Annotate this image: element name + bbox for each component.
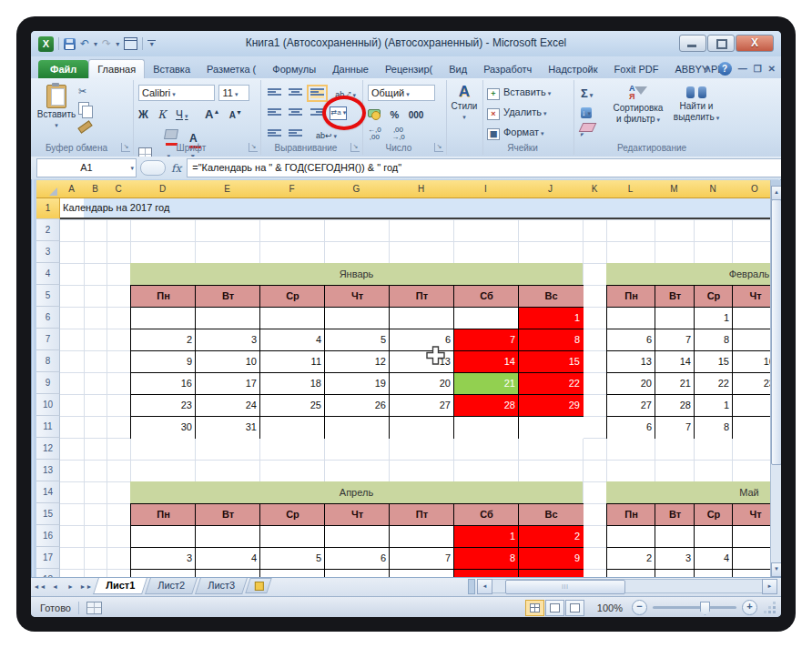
day-cell[interactable]: 7 xyxy=(389,547,454,570)
day-cell[interactable] xyxy=(453,569,519,577)
insert-function-icon[interactable]: fx xyxy=(171,162,181,175)
last-sheet-icon[interactable]: ►► xyxy=(79,580,93,593)
ribbon-tab-вставка[interactable]: Вставка xyxy=(145,60,198,79)
normal-view-icon[interactable] xyxy=(525,600,544,616)
fill-button[interactable]: ↓ xyxy=(581,107,592,118)
vertical-scrollbar[interactable]: ▲ ▼ xyxy=(770,180,781,577)
day-cell[interactable] xyxy=(453,307,519,329)
day-cell[interactable] xyxy=(389,416,454,439)
day-cell[interactable] xyxy=(732,525,770,548)
ribbon-tab-вид[interactable]: Вид xyxy=(441,60,475,79)
day-cell[interactable]: 8 xyxy=(518,329,584,351)
day-cell[interactable]: 5 xyxy=(259,547,325,570)
column-header-l[interactable]: L xyxy=(606,180,655,198)
row-header-10[interactable]: 10 xyxy=(36,394,60,416)
column-header-g[interactable]: G xyxy=(324,180,390,198)
weekday-header[interactable]: Пн xyxy=(130,285,196,308)
day-cell[interactable]: 11 xyxy=(259,350,325,373)
weekday-header[interactable]: Пн xyxy=(130,503,196,526)
weekday-header[interactable]: Чт xyxy=(324,285,390,308)
day-cell[interactable]: 21 xyxy=(655,372,695,395)
column-header-i[interactable]: I xyxy=(453,180,519,198)
sheet-tab-лист3[interactable]: Лист3 xyxy=(195,578,248,594)
ribbon-tab-рецензир-[interactable]: Рецензир( xyxy=(377,60,441,79)
day-cell[interactable] xyxy=(732,569,770,577)
day-cell[interactable]: 7 xyxy=(453,329,519,351)
day-cell[interactable]: 5 xyxy=(324,329,390,351)
minimize-button[interactable] xyxy=(679,35,706,52)
zoom-level[interactable]: 100% xyxy=(597,602,623,613)
day-cell[interactable] xyxy=(324,307,390,329)
day-cell[interactable]: 16 xyxy=(130,372,196,395)
weekday-header[interactable]: Ср xyxy=(694,285,733,308)
column-header-a[interactable]: A xyxy=(59,180,85,198)
font-name-select[interactable]: Calibri xyxy=(138,85,215,101)
day-cell[interactable] xyxy=(324,569,390,577)
find-select-button[interactable]: Найти и выделить xyxy=(668,85,725,124)
zoom-slider-thumb[interactable] xyxy=(700,602,710,615)
workbook-restore-icon[interactable]: ❐ xyxy=(754,64,762,74)
weekday-header[interactable]: Сб xyxy=(453,503,519,526)
day-cell[interactable]: 13 xyxy=(606,350,655,373)
row-header-14[interactable]: 14 xyxy=(36,481,60,503)
horizontal-scroll-track[interactable]: ||| xyxy=(492,579,762,593)
zoom-slider[interactable] xyxy=(653,606,736,609)
paste-button[interactable]: Вставить xyxy=(36,83,77,148)
day-cell[interactable]: 10 xyxy=(195,350,260,373)
day-cell[interactable]: 14 xyxy=(655,350,695,373)
align-top-icon[interactable] xyxy=(268,88,281,98)
row-header-7[interactable]: 7 xyxy=(36,329,60,350)
day-cell[interactable]: 3 xyxy=(130,547,196,570)
scroll-left-icon[interactable]: ◄ xyxy=(477,579,492,594)
day-cell[interactable] xyxy=(324,525,390,548)
ribbon-tab-главная[interactable]: Главная xyxy=(88,59,145,78)
next-sheet-icon[interactable]: ► xyxy=(64,580,77,593)
workbook-close-icon[interactable]: ✕ xyxy=(768,64,776,74)
day-cell[interactable] xyxy=(259,416,325,439)
row-header-2[interactable]: 2 xyxy=(36,219,60,241)
format-cells-button[interactable]: ▦Формат xyxy=(487,127,544,140)
day-cell[interactable] xyxy=(259,569,325,577)
prev-sheet-icon[interactable]: ◄ xyxy=(48,580,62,593)
day-cell[interactable]: 20 xyxy=(606,372,655,395)
column-header-j[interactable]: J xyxy=(518,180,584,198)
delete-cells-button[interactable]: ×Удалить xyxy=(487,106,547,120)
day-cell[interactable]: 20 xyxy=(389,372,454,395)
column-header-o[interactable]: O xyxy=(732,180,770,198)
day-cell[interactable] xyxy=(453,416,519,439)
day-cell[interactable] xyxy=(389,569,454,577)
day-cell[interactable] xyxy=(732,416,770,439)
weekday-header[interactable]: Пт xyxy=(389,503,454,526)
day-cell[interactable]: 6 xyxy=(324,547,390,570)
font-size-select[interactable]: 11 xyxy=(218,85,249,101)
column-header-e[interactable]: E xyxy=(195,180,260,198)
row-header-1[interactable]: 1 xyxy=(36,198,60,219)
horizontal-scroll-thumb[interactable]: ||| xyxy=(505,580,625,594)
day-cell[interactable]: 22 xyxy=(518,372,584,395)
weekday-header[interactable]: Пн xyxy=(606,285,655,308)
day-cell[interactable]: 1 xyxy=(518,307,584,329)
wrap-text-icon[interactable]: ab↩ xyxy=(316,131,337,140)
tab-split-handle[interactable] xyxy=(468,579,475,594)
font-dialog-launcher[interactable]: ↘ xyxy=(249,143,258,152)
day-cell[interactable]: 2 xyxy=(518,525,584,548)
column-header-d[interactable]: D xyxy=(130,180,196,198)
restore-button[interactable] xyxy=(707,35,735,52)
day-cell[interactable]: 16 xyxy=(732,350,770,373)
column-header-b[interactable]: B xyxy=(84,180,107,198)
day-cell[interactable]: 23 xyxy=(732,372,770,395)
autosum-button[interactable]: Σ xyxy=(581,86,593,100)
row-header-4[interactable]: 4 xyxy=(36,263,60,285)
grow-font-button[interactable]: А▲ xyxy=(205,107,219,121)
day-cell[interactable] xyxy=(655,307,695,329)
day-cell[interactable] xyxy=(130,525,196,548)
ribbon-tab-файл[interactable]: Файл xyxy=(38,60,88,79)
row-header-9[interactable]: 9 xyxy=(36,372,60,394)
scroll-right-icon[interactable]: ► xyxy=(762,579,777,594)
day-cell[interactable] xyxy=(655,569,695,577)
clear-button[interactable] xyxy=(579,123,597,132)
ribbon-tab-разметка-[interactable]: Разметка ( xyxy=(198,60,264,79)
row-header-17[interactable]: 17 xyxy=(36,547,60,569)
weekday-header[interactable]: Пн xyxy=(606,503,655,526)
day-cell[interactable]: 1 xyxy=(694,307,733,329)
